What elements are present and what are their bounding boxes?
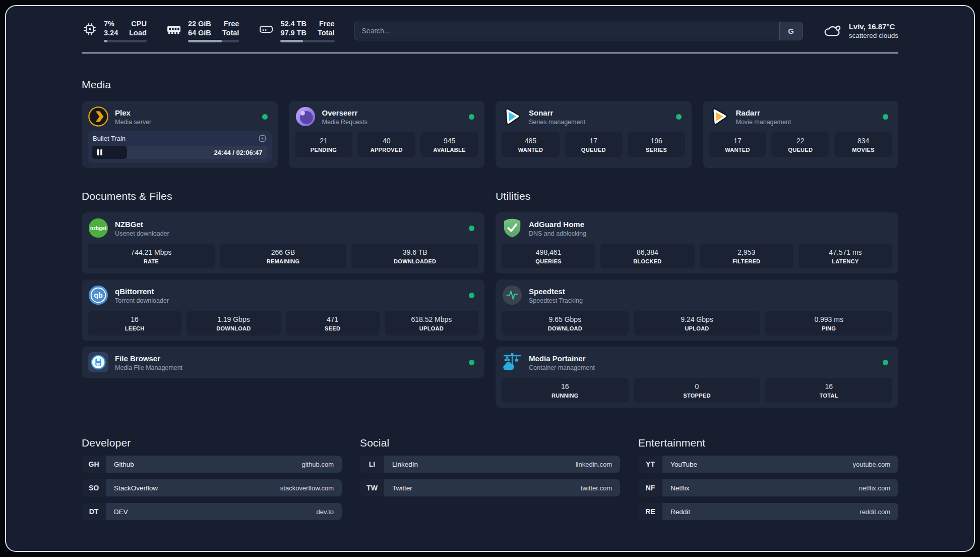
status-dot — [469, 114, 474, 120]
nzbget-icon: nzbget — [88, 217, 109, 239]
memory-stat: 22 GiB 64 GiB Free Total — [166, 19, 239, 42]
bookmark-abbr: DT — [82, 503, 106, 520]
section-title-social: Social — [360, 437, 620, 449]
disk-free: 52.4 TB — [280, 19, 307, 28]
overseerr-icon — [295, 106, 316, 127]
radarr-icon — [709, 106, 730, 127]
stat-tile: 945 AVAILABLE — [420, 132, 478, 157]
memory-free: 22 GiB — [188, 19, 211, 28]
app-card-radarr[interactable]: Radarr Movie management 17 WANTED 22 QUE… — [703, 101, 899, 168]
stat-tile: 1.19 Gbps DOWNLOAD — [187, 311, 280, 336]
stat-tile: 471 SEED — [286, 311, 380, 336]
bookmark-abbr: RE — [638, 503, 662, 520]
bookmark-netflix[interactable]: NF Netflix netflix.com — [638, 479, 898, 496]
app-name: Media Portainer — [529, 354, 595, 363]
bookmark-url: linkedin.com — [576, 461, 612, 468]
app-subtitle: Container management — [529, 364, 595, 371]
stat-tile: 17 QUEUED — [565, 132, 623, 157]
app-subtitle: Speedtest Tracking — [529, 297, 583, 304]
app-card-nzbget[interactable]: nzbget NZBGet Usenet downloader 744.21 M… — [82, 212, 484, 273]
status-dot — [883, 114, 888, 120]
bookmark-url: netflix.com — [859, 484, 890, 492]
stat-tile: 21 PENDING — [295, 132, 353, 157]
bookmark-url: twitter.com — [581, 484, 612, 492]
bookmark-name: Github — [114, 461, 134, 468]
weather-condition: scattered clouds — [849, 31, 898, 40]
disk-progress — [280, 40, 334, 42]
stat-tile: 16 RUNNING — [502, 378, 629, 403]
bookmark-youtube[interactable]: YT YouTube youtube.com — [638, 456, 898, 473]
stat-tile: 16 LEECH — [88, 311, 181, 336]
bookmark-name: DEV — [114, 508, 128, 516]
cpu-icon — [82, 21, 98, 37]
section-title-documents: Documents & Files — [82, 190, 484, 202]
app-card-portainer[interactable]: Media Portainer Container management 16 … — [496, 347, 898, 408]
memory-free-label: Free — [224, 19, 239, 28]
bookmark-stackoverflow[interactable]: SO StackOverflow stackoverflow.com — [82, 479, 342, 496]
bookmark-url: github.com — [301, 461, 334, 468]
app-card-sonarr[interactable]: Sonarr Series management 485 WANTED 17 Q… — [496, 101, 692, 168]
search-engine-button[interactable]: G — [779, 22, 803, 40]
search-bar: G — [354, 22, 803, 40]
status-dot — [469, 360, 474, 365]
bookmark-abbr: YT — [638, 456, 662, 473]
bookmark-github[interactable]: GH Github github.com — [82, 456, 342, 473]
sonarr-icon — [502, 106, 523, 127]
weather-widget: Lviv, 16.87°C scattered clouds — [822, 21, 898, 41]
stat-tile: 9.24 Gbps UPLOAD — [634, 311, 761, 336]
stat-tile: 9.65 Gbps DOWNLOAD — [502, 311, 629, 336]
cpu-label: CPU — [131, 19, 147, 28]
section-title-media: Media — [82, 79, 898, 91]
memory-icon — [166, 21, 182, 37]
top-bar: 7% 3.24 CPU Load — [82, 19, 898, 42]
app-card-plex[interactable]: Plex Media server Bullet Train — [82, 101, 278, 168]
now-playing-title: Bullet Train — [93, 135, 126, 142]
stat-tile: 0 STOPPED — [634, 378, 761, 403]
stat-tile: 618.52 Mbps UPLOAD — [385, 311, 478, 336]
app-card-speedtest[interactable]: Speedtest Speedtest Tracking 9.65 Gbps D… — [496, 280, 898, 341]
bookmark-abbr: NF — [638, 479, 662, 496]
bookmark-name: YouTube — [670, 461, 697, 468]
stat-tile: 16 TOTAL — [765, 378, 892, 403]
section-title-entertainment: Entertainment — [638, 437, 898, 449]
playback-progress-bar[interactable]: 24:44 / 02:06:47 — [92, 146, 268, 159]
bookmark-linkedin[interactable]: LI LinkedIn linkedin.com — [360, 456, 620, 473]
svg-text:nzbget: nzbget — [90, 226, 107, 231]
app-subtitle: Movie management — [736, 119, 791, 126]
disk-total-label: Total — [318, 28, 335, 37]
search-input[interactable] — [354, 22, 803, 40]
stat-tile: 834 MOVIES — [834, 132, 892, 157]
stat-tile: 744.21 Mbps RATE — [88, 244, 215, 268]
status-dot — [676, 114, 682, 120]
filebrowser-icon — [88, 352, 109, 373]
bookmark-name: StackOverflow — [114, 484, 158, 492]
disk-total: 97.9 TB — [280, 28, 307, 37]
bookmark-url: stackoverflow.com — [280, 484, 334, 492]
stat-tile: 86,384 BLOCKED — [600, 244, 694, 268]
app-card-overseerr[interactable]: Overseerr Media Requests 21 PENDING 40 A… — [289, 101, 485, 168]
status-dot — [469, 226, 474, 231]
app-name: Plex — [115, 108, 151, 118]
bookmark-twitter[interactable]: TW Twitter twitter.com — [360, 479, 620, 496]
app-subtitle: Media server — [115, 119, 151, 126]
adguard-icon — [502, 217, 523, 239]
portainer-icon — [502, 352, 523, 373]
app-card-adguard[interactable]: AdGuard Home DNS and adblocking 498,461 … — [496, 212, 898, 273]
stat-tile: 498,461 QUERIES — [502, 244, 595, 268]
playback-time: 24:44 / 02:06:47 — [214, 146, 262, 159]
app-card-filebrowser[interactable]: File Browser Media File Management — [82, 347, 484, 378]
app-name: File Browser — [115, 354, 182, 363]
plex-icon — [88, 106, 109, 127]
app-card-qbittorrent[interactable]: qb qBittorrent Torrent downloader 16 LEE… — [82, 280, 484, 341]
app-name: NZBGet — [115, 219, 169, 229]
bookmark-name: LinkedIn — [392, 461, 418, 468]
status-dot — [469, 293, 474, 298]
bookmark-reddit[interactable]: RE Reddit reddit.com — [638, 503, 898, 520]
bookmark-url: reddit.com — [860, 508, 890, 516]
bookmark-dev[interactable]: DT DEV dev.to — [82, 503, 342, 520]
settings-icon[interactable] — [258, 134, 267, 143]
pause-icon[interactable] — [97, 149, 103, 156]
app-name: Sonarr — [529, 108, 585, 118]
app-name: AdGuard Home — [529, 219, 586, 229]
stat-tile: 39.6 TB DOWNLOADED — [351, 244, 478, 268]
